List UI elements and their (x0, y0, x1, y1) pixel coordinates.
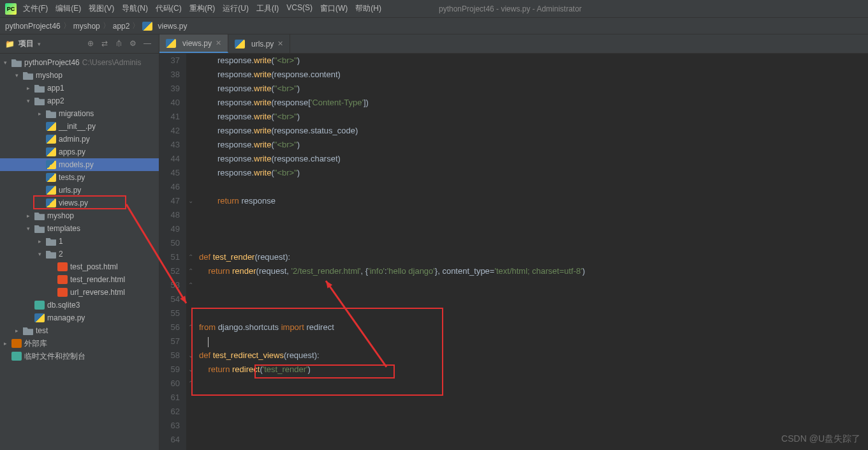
fold-marker-icon[interactable] (186, 405, 195, 419)
hide-icon[interactable]: — (143, 39, 154, 49)
code-line[interactable] (199, 180, 868, 194)
collapse-icon[interactable]: ⫛ (115, 39, 126, 49)
code-line[interactable] (199, 377, 868, 391)
code-line[interactable] (199, 222, 868, 236)
editor-tab[interactable]: urls.py✕ (228, 34, 290, 53)
tree-item[interactable]: ▾templates (0, 222, 159, 235)
fold-marker-icon[interactable] (186, 208, 195, 222)
expand-icon[interactable]: ⇄ (101, 39, 112, 49)
menu-item[interactable]: 视图(V) (85, 2, 118, 15)
project-tree[interactable]: ▾pythonProject46C:\Users\Adminis▾myshop▸… (0, 54, 159, 450)
tree-item[interactable]: test_post.html (0, 260, 159, 273)
fold-marker-icon[interactable] (186, 222, 195, 236)
tree-item[interactable]: ▾myshop (0, 69, 159, 82)
tree-item[interactable]: 临时文件和控制台 (0, 350, 159, 363)
tree-arrow-icon[interactable]: ▸ (38, 238, 46, 244)
tree-item[interactable]: ▾2 (0, 248, 159, 260)
fold-marker-icon[interactable] (186, 166, 195, 180)
code-line[interactable]: return render(request, '2/test_render.ht… (199, 264, 868, 278)
fold-marker-icon[interactable]: ⌃ (186, 320, 195, 334)
code-line[interactable]: def test_redirect_views(request): (199, 349, 868, 363)
fold-marker-icon[interactable] (186, 138, 195, 152)
project-tool-icon[interactable]: 📁 (5, 40, 15, 49)
tree-item[interactable]: apps.py (0, 146, 159, 158)
tree-arrow-icon[interactable]: ▸ (27, 85, 34, 91)
dropdown-icon[interactable]: ▾ (38, 41, 41, 47)
tree-item[interactable]: test_render.html (0, 273, 159, 286)
code-line[interactable]: response.write("<br>") (199, 110, 868, 124)
tree-item[interactable]: views.py (0, 197, 159, 209)
tree-item[interactable]: ▸test (0, 324, 159, 337)
tree-item[interactable]: __init__.py (0, 120, 159, 133)
menu-item[interactable]: VCS(S) (283, 2, 316, 15)
code-line[interactable]: def test_render(request): (199, 250, 868, 264)
tree-arrow-icon[interactable]: ▾ (4, 59, 11, 66)
tree-arrow-icon[interactable]: ▸ (15, 327, 23, 334)
fold-marker-icon[interactable]: ⌄ (186, 194, 195, 208)
gear-icon[interactable]: ⚙ (129, 39, 140, 49)
fold-marker-icon[interactable]: ⌄ (186, 349, 195, 363)
tree-arrow-icon[interactable]: ▸ (27, 213, 34, 219)
tree-arrow-icon[interactable]: ▸ (4, 340, 11, 347)
fold-marker-icon[interactable] (186, 391, 195, 405)
code-line[interactable] (199, 433, 868, 447)
menu-item[interactable]: 导航(N) (118, 2, 152, 15)
tree-arrow-icon[interactable]: ▸ (38, 110, 46, 117)
code-line[interactable] (199, 278, 868, 292)
code-line[interactable] (199, 208, 868, 222)
code-line[interactable] (199, 292, 868, 306)
tree-item[interactable]: admin.py (0, 133, 159, 146)
fold-marker-icon[interactable]: ⌃ (186, 377, 195, 391)
fold-marker-icon[interactable] (186, 152, 195, 166)
close-icon[interactable]: ✕ (277, 40, 283, 48)
tree-arrow-icon[interactable]: ▾ (27, 98, 34, 104)
fold-marker-icon[interactable] (186, 68, 195, 82)
code-line[interactable]: response.write("<br>") (199, 54, 868, 68)
fold-marker-icon[interactable] (186, 306, 195, 320)
menu-item[interactable]: 重构(R) (186, 2, 219, 15)
code-line[interactable]: response.write("<br>") (199, 138, 868, 152)
breadcrumb-item[interactable]: views.py (158, 22, 187, 31)
tree-item[interactable]: ▸外部库 (0, 337, 159, 350)
menu-item[interactable]: 工具(I) (253, 2, 283, 15)
fold-marker-icon[interactable] (186, 54, 195, 68)
code-editor[interactable]: 3738394041424344454647484950515253545556… (159, 54, 868, 450)
fold-marker-icon[interactable] (186, 110, 195, 124)
close-icon[interactable]: ✕ (216, 39, 221, 47)
tree-arrow-icon[interactable]: ▾ (27, 225, 34, 232)
locate-icon[interactable]: ⊕ (87, 39, 98, 49)
fold-column[interactable]: ⌄⌃⌃⌃⌃⌄⌄⌃ (186, 54, 195, 450)
code-line[interactable] (199, 236, 868, 250)
code-line[interactable] (199, 306, 868, 320)
tree-item[interactable]: ▸migrations (0, 107, 159, 120)
code-content[interactable]: response.write("<br>") response.write(re… (195, 54, 868, 450)
menu-item[interactable]: 编辑(E) (52, 2, 85, 15)
tree-item[interactable]: urls.py (0, 184, 159, 197)
menu-item[interactable]: 运行(U) (219, 2, 253, 15)
tree-item[interactable]: models.py (0, 158, 159, 171)
menu-item[interactable]: 窗口(W) (316, 2, 351, 15)
menu-item[interactable]: 文件(F) (19, 2, 52, 15)
tree-item[interactable]: db.sqlite3 (0, 299, 159, 311)
fold-marker-icon[interactable]: ⌄ (186, 363, 195, 377)
fold-marker-icon[interactable]: ⌃ (186, 278, 195, 292)
tree-item[interactable]: ▾app2 (0, 94, 159, 107)
breadcrumb-item[interactable]: myshop (73, 22, 100, 31)
code-line[interactable]: from django.shortcuts import redirect (199, 320, 868, 334)
tree-arrow-icon[interactable]: ▾ (15, 72, 23, 79)
fold-marker-icon[interactable]: ⌃ (186, 250, 195, 264)
code-line[interactable]: response.write(response.content) (199, 68, 868, 82)
fold-marker-icon[interactable] (186, 82, 195, 96)
fold-marker-icon[interactable] (186, 419, 195, 433)
fold-marker-icon[interactable] (186, 124, 195, 138)
fold-marker-icon[interactable] (186, 180, 195, 194)
code-line[interactable]: response.write(response.charset) (199, 152, 868, 166)
code-line[interactable] (199, 419, 868, 433)
tree-item[interactable]: ▾pythonProject46C:\Users\Adminis (0, 56, 159, 69)
code-line[interactable]: response.write(response['Content-Type']) (199, 96, 868, 110)
code-line[interactable] (199, 334, 868, 349)
fold-marker-icon[interactable] (186, 334, 195, 349)
tree-item[interactable]: url_reverse.html (0, 286, 159, 299)
tree-item[interactable]: ▸1 (0, 235, 159, 248)
tree-arrow-icon[interactable]: ▾ (38, 251, 46, 257)
